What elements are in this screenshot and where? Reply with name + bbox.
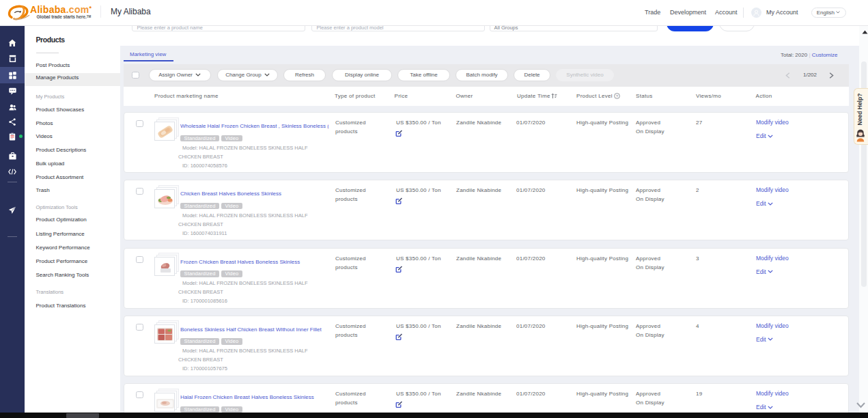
svg-text:?: ? <box>616 94 619 98</box>
